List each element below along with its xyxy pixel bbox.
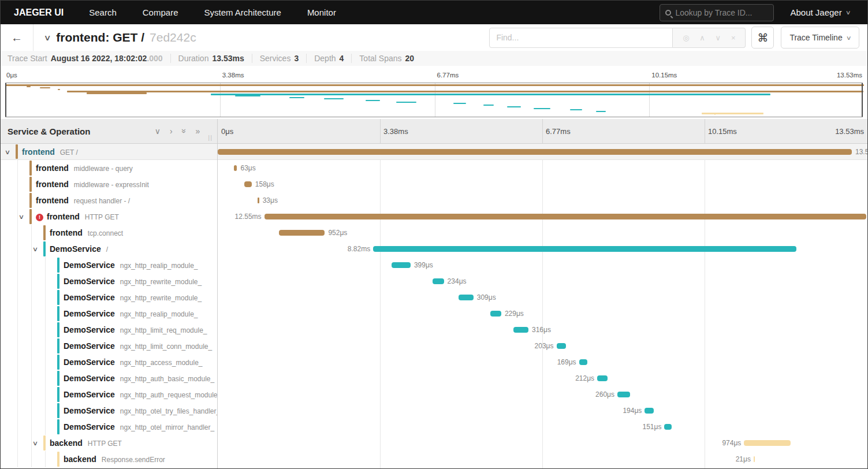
- service-name[interactable]: frontendtcp.connect: [50, 225, 123, 241]
- service-name[interactable]: backendHTTP GET: [50, 435, 122, 452]
- span-name-row[interactable]: frontendtcp.connect: [1, 225, 217, 241]
- span-name-row[interactable]: frontendmiddleware - query: [1, 160, 217, 176]
- minimap-canvas[interactable]: [5, 83, 863, 117]
- span-duration-bar[interactable]: [373, 246, 796, 252]
- span-name-row[interactable]: frontendmiddleware - expressInit: [1, 176, 217, 192]
- span-bar-row[interactable]: 13.53ms: [218, 144, 867, 160]
- nav-item-search[interactable]: Search: [89, 8, 117, 17]
- span-bar-row[interactable]: 21μs: [218, 451, 867, 467]
- span-bar-row[interactable]: 316μs: [218, 322, 867, 338]
- trace-view-selector[interactable]: Trace Timeline ∨: [781, 27, 859, 49]
- span-name-row[interactable]: DemoServicengx_http_otel_try_files_handl…: [1, 403, 217, 419]
- span-bar-row[interactable]: 212μs: [218, 370, 867, 386]
- find-input[interactable]: [489, 28, 673, 48]
- trace-id-lookup-input[interactable]: [675, 8, 762, 17]
- expand-one-icon[interactable]: ›: [170, 126, 173, 136]
- span-name-row[interactable]: DemoServicengx_http_auth_basic_module_: [1, 370, 217, 386]
- expand-all-icon[interactable]: »: [195, 126, 200, 136]
- span-duration-bar[interactable]: [645, 408, 654, 414]
- span-duration-bar[interactable]: [513, 327, 528, 333]
- service-name[interactable]: frontendmiddleware - expressInit: [36, 176, 149, 193]
- span-duration-bar[interactable]: [744, 440, 791, 446]
- span-expander-chevron-icon[interactable]: ∨: [32, 435, 38, 451]
- collapse-all-icon[interactable]: »: [180, 129, 189, 133]
- collapse-one-icon[interactable]: ∨: [155, 126, 161, 136]
- back-button[interactable]: ←: [1, 24, 33, 51]
- span-duration-bar[interactable]: [265, 214, 867, 219]
- span-bar-row[interactable]: 974μs: [218, 435, 867, 451]
- span-name-row[interactable]: ∨DemoService/: [1, 241, 217, 257]
- span-duration-bar[interactable]: [490, 311, 501, 317]
- service-name[interactable]: DemoServicengx_http_access_module_: [64, 354, 202, 371]
- span-bar-row[interactable]: 63μs: [218, 160, 867, 176]
- span-name-row[interactable]: DemoServicengx_http_realip_module_: [1, 306, 217, 322]
- find-prev-icon[interactable]: ∧: [699, 34, 705, 42]
- span-bar-row[interactable]: 158μs: [218, 176, 867, 192]
- span-duration-bar[interactable]: [664, 424, 672, 430]
- find-scope-icon[interactable]: ◎: [683, 34, 689, 42]
- collapse-trace-chevron-icon[interactable]: ∨: [43, 33, 51, 42]
- service-name[interactable]: DemoServicengx_http_limit_req_module_: [64, 322, 207, 338]
- span-bar-row[interactable]: 229μs: [218, 306, 867, 322]
- service-name[interactable]: frontendmiddleware - query: [36, 160, 133, 177]
- service-name[interactable]: DemoServicengx_http_otel_try_files_handl…: [64, 403, 217, 419]
- span-bar-row[interactable]: 399μs: [218, 257, 867, 273]
- service-name[interactable]: DemoServicengx_http_auth_request_module_: [64, 386, 217, 403]
- minimap-right-drag-handle[interactable]: [862, 83, 863, 117]
- span-bar-row[interactable]: 309μs: [218, 289, 867, 306]
- find-next-icon[interactable]: ∨: [716, 34, 721, 42]
- service-name[interactable]: frontendrequest handler - /: [36, 192, 130, 209]
- span-duration-bar[interactable]: [579, 359, 587, 365]
- span-duration-bar[interactable]: [617, 392, 630, 397]
- service-name[interactable]: DemoServicengx_http_otel_mirror_handler_: [64, 419, 214, 436]
- span-name-row[interactable]: frontendrequest handler - /: [1, 192, 217, 209]
- span-bar-row[interactable]: 12.55ms: [218, 209, 867, 225]
- service-name[interactable]: DemoService/: [50, 241, 108, 258]
- app-brand[interactable]: JAEGER UI: [14, 8, 64, 18]
- service-name[interactable]: frontendGET /: [22, 144, 78, 161]
- span-name-row[interactable]: DemoServicengx_http_otel_mirror_handler_: [1, 419, 217, 435]
- service-name[interactable]: DemoServicengx_http_realip_module_: [64, 257, 198, 274]
- span-bar-row[interactable]: 203μs: [218, 338, 867, 354]
- span-expander-chevron-icon[interactable]: ∨: [5, 144, 10, 160]
- span-duration-bar[interactable]: [459, 295, 474, 300]
- span-bar-row[interactable]: 260μs: [218, 386, 867, 403]
- span-name-row[interactable]: DemoServicengx_http_realip_module_: [1, 257, 217, 273]
- span-name-row[interactable]: DemoServicengx_http_access_module_: [1, 354, 217, 370]
- minimap-left-drag-handle[interactable]: [5, 83, 6, 117]
- find-clear-icon[interactable]: ×: [731, 34, 736, 42]
- span-name-row[interactable]: DemoServicengx_http_auth_request_module_: [1, 386, 217, 403]
- span-duration-bar[interactable]: [754, 456, 755, 462]
- span-bar-row[interactable]: 234μs: [218, 273, 867, 289]
- span-bar-row[interactable]: 169μs: [218, 354, 867, 370]
- span-name-row[interactable]: backendResponse.sendError: [1, 451, 217, 467]
- span-expander-chevron-icon[interactable]: ∨: [32, 241, 38, 257]
- span-duration-bar[interactable]: [557, 343, 567, 349]
- service-name[interactable]: backendResponse.sendError: [64, 451, 165, 468]
- span-duration-bar[interactable]: [279, 230, 325, 236]
- nav-item-compare[interactable]: Compare: [143, 8, 178, 17]
- span-duration-bar[interactable]: [218, 149, 852, 155]
- service-name[interactable]: DemoServicengx_http_realip_module_: [64, 306, 198, 322]
- span-name-row[interactable]: ∨frontendGET /: [1, 144, 217, 160]
- nav-item-monitor[interactable]: Monitor: [307, 8, 336, 17]
- span-duration-bar[interactable]: [392, 262, 411, 268]
- nav-item-system-architecture[interactable]: System Architecture: [204, 8, 281, 17]
- span-bar-row[interactable]: 194μs: [218, 403, 867, 419]
- span-duration-bar[interactable]: [244, 181, 252, 187]
- span-bar-row[interactable]: 33μs: [218, 192, 867, 209]
- span-bar-row[interactable]: 8.82ms: [218, 241, 867, 257]
- span-name-row[interactable]: DemoServicengx_http_limit_conn_module_: [1, 338, 217, 354]
- service-name[interactable]: DemoServicengx_http_limit_conn_module_: [64, 338, 212, 355]
- column-resizer-handle[interactable]: ||: [208, 134, 213, 141]
- span-bar-row[interactable]: 952μs: [218, 225, 867, 241]
- span-expander-chevron-icon[interactable]: ∨: [18, 209, 24, 225]
- span-duration-bar[interactable]: [597, 375, 608, 381]
- span-name-row[interactable]: DemoServicengx_http_limit_req_module_: [1, 322, 217, 338]
- span-duration-bar[interactable]: [234, 165, 237, 171]
- span-duration-bar[interactable]: [433, 278, 444, 284]
- service-name[interactable]: DemoServicengx_http_rewrite_module_: [64, 289, 202, 306]
- keyboard-shortcuts-button[interactable]: ⌘: [751, 27, 774, 49]
- span-bar-row[interactable]: 151μs: [218, 419, 867, 435]
- service-name[interactable]: DemoServicengx_http_auth_basic_module_: [64, 370, 214, 387]
